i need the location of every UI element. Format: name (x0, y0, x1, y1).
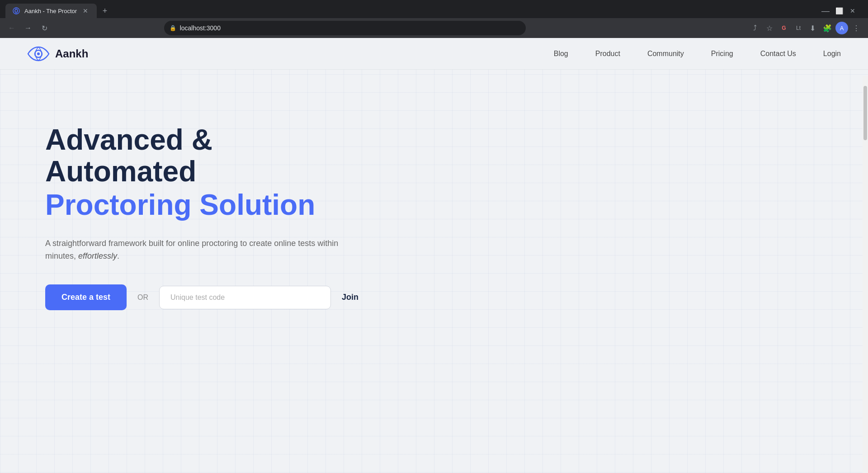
reload-button[interactable]: ↻ (38, 22, 51, 34)
menu-icon[interactable]: ⋮ (850, 22, 863, 34)
browser-chrome: Aankh - The Proctor ✕ + — ⬜ ✕ ← → ↻ 🔒 lo… (0, 0, 868, 38)
logo-text: Aankh (55, 47, 88, 60)
tab-favicon (13, 7, 20, 14)
hero-description: A straightforward framework built for on… (45, 237, 353, 263)
nav-item-pricing[interactable]: Pricing (711, 50, 733, 58)
url-display: localhost:3000 (180, 24, 221, 32)
test-code-input[interactable] (159, 286, 331, 309)
hero-description-end: . (117, 251, 119, 260)
logo-icon (27, 43, 50, 65)
webpage-wrapper: Aankh Blog Product Community Pricing Con… (0, 38, 868, 473)
downloads-icon[interactable]: ⬇ (807, 22, 819, 34)
tab-close-button[interactable]: ✕ (81, 7, 90, 15)
new-tab-button[interactable]: + (99, 5, 111, 17)
window-maximize-button[interactable]: ⬜ (833, 5, 845, 17)
hero-title: Advanced & Automated Proctoring Solution (45, 124, 362, 222)
join-button[interactable]: Join (342, 293, 359, 302)
window-close-button[interactable]: ✕ (846, 5, 859, 17)
tab-title: Aankh - The Proctor (24, 8, 77, 14)
nav-item-product[interactable]: Product (595, 50, 620, 58)
secure-icon: 🔒 (170, 25, 176, 31)
back-button[interactable]: ← (5, 22, 18, 34)
logo-area[interactable]: Aankh (27, 43, 88, 65)
create-test-button[interactable]: Create a test (45, 284, 127, 310)
scrollbar-thumb[interactable] (863, 86, 867, 140)
hero-description-italic: effortlessly (78, 251, 117, 260)
browser-action-buttons: ⤴ ☆ G Lt ⬇ 🧩 A ⋮ (749, 22, 863, 34)
or-divider: OR (137, 293, 148, 302)
nav-item-contact[interactable]: Contact Us (760, 50, 796, 58)
address-bar[interactable]: 🔒 localhost:3000 (164, 21, 526, 35)
extensions-icon[interactable]: 🧩 (821, 22, 834, 34)
svg-point-1 (15, 9, 18, 12)
hero-section: Advanced & Automated Proctoring Solution… (0, 70, 407, 346)
extension-icon-1[interactable]: Lt (792, 22, 805, 34)
nav-item-blog[interactable]: Blog (554, 50, 568, 58)
grammarly-icon[interactable]: G (778, 22, 790, 34)
share-icon[interactable]: ⤴ (749, 22, 761, 34)
hero-actions: Create a test OR Join (45, 284, 362, 310)
window-minimize-button[interactable]: — (819, 5, 832, 17)
browser-toolbar: ← → ↻ 🔒 localhost:3000 ⤴ ☆ G Lt ⬇ 🧩 A ⋮ (0, 18, 868, 38)
webpage: Aankh Blog Product Community Pricing Con… (0, 38, 868, 473)
nav-links: Blog Product Community Pricing Contact U… (554, 50, 841, 58)
forward-button[interactable]: → (22, 22, 34, 34)
scrollbar[interactable] (863, 76, 868, 473)
nav-item-community[interactable]: Community (647, 50, 684, 58)
browser-tab-active[interactable]: Aankh - The Proctor ✕ (5, 4, 97, 18)
bookmark-icon[interactable]: ☆ (763, 22, 776, 34)
browser-title-bar: Aankh - The Proctor ✕ + — ⬜ ✕ (0, 0, 868, 18)
nav-item-login[interactable]: Login (823, 50, 841, 58)
svg-point-0 (13, 8, 19, 14)
hero-title-line1: Advanced & Automated (45, 124, 362, 188)
navbar: Aankh Blog Product Community Pricing Con… (0, 38, 868, 70)
svg-point-3 (37, 52, 40, 55)
hero-title-line2: Proctoring Solution (45, 188, 362, 222)
profile-icon[interactable]: A (835, 22, 848, 34)
